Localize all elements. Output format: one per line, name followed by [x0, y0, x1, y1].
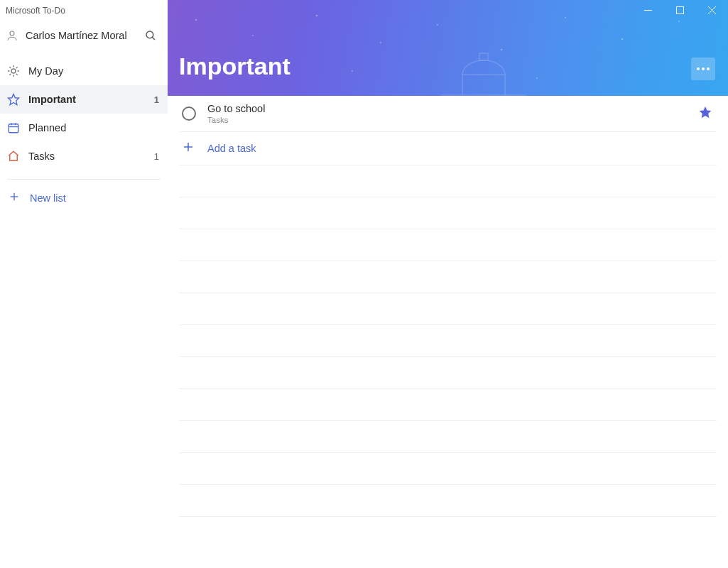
star-toggle[interactable] [698, 105, 712, 122]
empty-row [179, 453, 717, 485]
home-icon [7, 150, 20, 163]
new-list-label: New list [30, 192, 66, 204]
svg-line-2 [152, 37, 155, 40]
svg-point-30 [621, 38, 624, 40]
sidebar-item-important[interactable]: Important 1 [0, 85, 168, 114]
empty-row [179, 357, 717, 389]
window-titlebar [632, 0, 728, 20]
svg-rect-19 [644, 10, 652, 11]
sidebar-item-count: 1 [154, 94, 159, 105]
list-options-button[interactable] [691, 58, 715, 80]
sidebar-item-tasks[interactable]: Tasks 1 [0, 142, 168, 170]
add-task-label: Add a task [207, 143, 256, 154]
task-sublabel: Tasks [207, 116, 687, 124]
empty-row [179, 229, 717, 261]
user-name: Carlos Martínez Moral [26, 30, 134, 41]
empty-row [179, 485, 717, 517]
svg-point-27 [437, 24, 438, 26]
plus-icon [182, 141, 195, 156]
sidebar-item-count: 1 [154, 151, 159, 162]
sun-icon [7, 65, 20, 77]
svg-point-1 [146, 31, 153, 38]
sidebar-item-label: Planned [28, 122, 151, 133]
svg-point-37 [697, 67, 700, 70]
svg-point-25 [316, 15, 318, 17]
nav-list: My Day Important 1 Planned Tasks 1 [0, 57, 168, 170]
sidebar-item-myday[interactable]: My Day [0, 57, 168, 85]
empty-row [179, 421, 717, 453]
empty-row [179, 293, 717, 325]
calendar-icon [7, 121, 20, 134]
svg-point-31 [678, 21, 680, 22]
sidebar-item-label: Important [28, 94, 146, 105]
svg-rect-20 [677, 6, 684, 13]
svg-point-23 [195, 19, 197, 21]
sidebar-item-label: My Day [28, 65, 151, 77]
empty-row [179, 261, 717, 293]
page-title: Important [179, 53, 691, 80]
svg-rect-13 [9, 124, 18, 133]
close-button[interactable] [696, 0, 728, 20]
svg-point-26 [380, 42, 381, 43]
empty-row [179, 325, 717, 357]
sidebar: Microsoft To-Do Carlos Martínez Moral My… [0, 0, 168, 568]
search-button[interactable] [141, 26, 161, 45]
sidebar-item-planned[interactable]: Planned [0, 114, 168, 142]
svg-point-38 [702, 67, 705, 70]
app-title: Microsoft To-Do [0, 0, 168, 16]
task-title: Go to school [207, 103, 687, 114]
empty-row [179, 165, 717, 197]
maximize-button[interactable] [664, 0, 696, 20]
user-icon [6, 29, 18, 42]
svg-line-11 [16, 67, 17, 68]
user-row[interactable]: Carlos Martínez Moral [0, 16, 168, 55]
task-row[interactable]: Go to school Tasks [179, 96, 717, 132]
empty-row [179, 197, 717, 229]
svg-point-39 [707, 67, 710, 70]
sidebar-item-label: Tasks [28, 151, 146, 162]
task-list: Go to school Tasks Add a task [168, 96, 728, 568]
task-texts: Go to school Tasks [207, 103, 687, 124]
svg-line-10 [10, 74, 11, 75]
new-list-button[interactable]: New list [0, 180, 168, 204]
svg-point-3 [11, 69, 16, 73]
star-icon [7, 93, 20, 106]
svg-line-8 [10, 67, 11, 68]
add-task-input[interactable]: Add a task [179, 132, 717, 165]
main: Important Go to school Tasks Add a task [168, 0, 728, 568]
svg-point-0 [10, 31, 14, 36]
svg-line-9 [16, 74, 17, 75]
svg-point-29 [565, 17, 566, 18]
plus-icon [9, 191, 20, 204]
svg-marker-12 [9, 94, 19, 105]
svg-point-24 [252, 35, 254, 36]
svg-marker-40 [700, 106, 712, 119]
complete-checkbox[interactable] [182, 106, 196, 121]
empty-row [179, 389, 717, 421]
minimize-button[interactable] [632, 0, 664, 20]
